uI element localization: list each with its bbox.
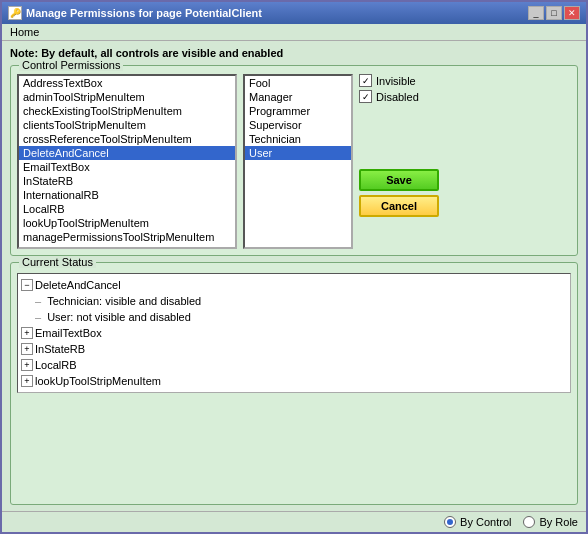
by-control-radio[interactable] [444, 516, 456, 528]
content-area: Note: By default, all controls are visib… [2, 41, 586, 511]
tree-item-emailtextbox: + EmailTextBox [21, 325, 567, 341]
control-permissions-title: Control Permissions [19, 59, 123, 71]
controls-list[interactable]: AddressTextBox adminToolStripMenuItem ch… [17, 74, 237, 249]
list-item[interactable]: LocalRB [19, 202, 235, 216]
invisible-label: Invisible [376, 75, 416, 87]
tree-expand-localrb[interactable]: + [21, 359, 33, 371]
tree-label: lookUpToolStripMenuItem [35, 373, 161, 389]
tree-expand-instaterb[interactable]: + [21, 343, 33, 355]
list-item[interactable]: crossReferenceToolStripMenuItem [19, 132, 235, 146]
tree-item-instaterb: + InStateRB [21, 341, 567, 357]
note-text: Note: By default, all controls are visib… [10, 47, 578, 59]
tree-expand-lookupitem[interactable]: + [21, 375, 33, 387]
cancel-button[interactable]: Cancel [359, 195, 439, 217]
list-item[interactable]: InStateRB [19, 174, 235, 188]
tree-item-lookuptoolstripitem: + lookUpToolStripMenuItem [21, 373, 567, 389]
by-role-radio[interactable] [523, 516, 535, 528]
window-title: Manage Permissions for page PotentialCli… [26, 7, 262, 19]
by-control-radio-dot [447, 519, 453, 525]
disabled-checkbox-row: ✓ Disabled [359, 90, 571, 103]
invisible-checkbox-row: ✓ Invisible [359, 74, 571, 87]
list-item[interactable]: lookUpToolStripMenuItem [19, 216, 235, 230]
list-item[interactable]: EmailTextBox [19, 160, 235, 174]
main-window: 🔑 Manage Permissions for page PotentialC… [0, 0, 588, 534]
tree-label: User: not visible and disabled [47, 309, 191, 325]
close-button[interactable]: ✕ [564, 6, 580, 20]
list-item[interactable]: Technician [245, 132, 351, 146]
title-bar-left: 🔑 Manage Permissions for page PotentialC… [8, 6, 262, 20]
list-item[interactable]: InternationalRB [19, 188, 235, 202]
list-item[interactable]: Programmer [245, 104, 351, 118]
disabled-label: Disabled [376, 91, 419, 103]
list-item[interactable]: manageRolesToolStripMenuItem [19, 244, 235, 249]
by-control-radio-group: By Control [444, 516, 511, 528]
tree-item-technician: – Technician: visible and disabled [35, 293, 567, 309]
list-item[interactable]: adminToolStripMenuItem [19, 90, 235, 104]
tree-label: Technician: visible and disabled [47, 293, 201, 309]
list-item[interactable]: managePermissionsToolStripMenuItem [19, 230, 235, 244]
tree-label: EmailTextBox [35, 325, 102, 341]
disabled-checkbox[interactable]: ✓ [359, 90, 372, 103]
control-permissions-group: Control Permissions AddressTextBox admin… [10, 65, 578, 256]
current-status-group: Current Status − DeleteAndCancel – Techn… [10, 262, 578, 505]
right-panel: ✓ Invisible ✓ Disabled Save Cancel [359, 74, 571, 217]
checkboxes: ✓ Invisible ✓ Disabled [359, 74, 571, 103]
minimize-button[interactable]: _ [528, 6, 544, 20]
control-permissions-content: AddressTextBox adminToolStripMenuItem ch… [17, 74, 571, 249]
tree-label: DeleteAndCancel [35, 277, 121, 293]
list-item[interactable]: Fool [245, 76, 351, 90]
list-item[interactable]: checkExistingToolStripMenuItem [19, 104, 235, 118]
list-item[interactable]: AddressTextBox [19, 76, 235, 90]
list-item-selected[interactable]: User [245, 146, 351, 160]
list-item[interactable]: Supervisor [245, 118, 351, 132]
list-item-selected[interactable]: DeleteAndCancel [19, 146, 235, 160]
list-item[interactable]: clientsToolStripMenuItem [19, 118, 235, 132]
tree-expand-emailtextbox[interactable]: + [21, 327, 33, 339]
title-buttons: _ □ ✕ [528, 6, 580, 20]
maximize-button[interactable]: □ [546, 6, 562, 20]
tree-item-deleteandcancel: − DeleteAndCancel [21, 277, 567, 293]
current-status-title: Current Status [19, 256, 96, 268]
tree-item-localrb: + LocalRB [21, 357, 567, 373]
menu-home[interactable]: Home [10, 26, 39, 38]
by-control-label[interactable]: By Control [460, 516, 511, 528]
by-role-label[interactable]: By Role [539, 516, 578, 528]
roles-list[interactable]: Fool Manager Programmer Supervisor Techn… [243, 74, 353, 249]
tree-item-user: – User: not visible and disabled [35, 309, 567, 325]
tree-dash: – [35, 309, 41, 325]
action-buttons: Save Cancel [359, 109, 571, 217]
by-role-radio-group: By Role [523, 516, 578, 528]
tree-label: InStateRB [35, 341, 85, 357]
tree-dash: – [35, 293, 41, 309]
title-bar: 🔑 Manage Permissions for page PotentialC… [2, 2, 586, 24]
invisible-checkbox[interactable]: ✓ [359, 74, 372, 87]
tree-label: LocalRB [35, 357, 77, 373]
tree-expand-deleteandcancel[interactable]: − [21, 279, 33, 291]
tree-child: – Technician: visible and disabled – Use… [35, 293, 567, 325]
menu-bar: Home [2, 24, 586, 41]
status-tree: − DeleteAndCancel – Technician: visible … [17, 273, 571, 393]
status-bar: By Control By Role [2, 511, 586, 532]
window-icon: 🔑 [8, 6, 22, 20]
list-item[interactable]: Manager [245, 90, 351, 104]
save-button[interactable]: Save [359, 169, 439, 191]
